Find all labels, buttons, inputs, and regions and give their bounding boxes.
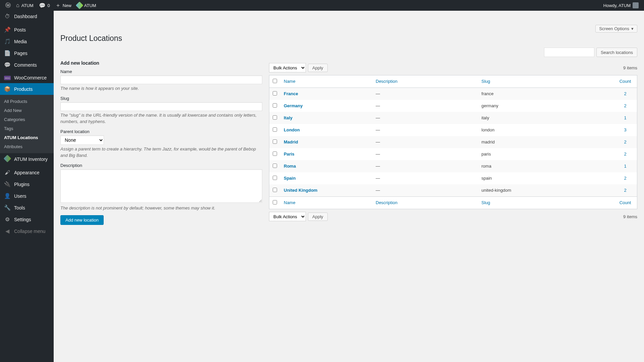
row-checkbox[interactable] xyxy=(273,188,277,192)
bulk-actions-select-top[interactable]: Bulk Actions xyxy=(269,63,306,72)
add-location-button[interactable]: Add new location xyxy=(60,215,104,225)
sidebar-item-label: Comments xyxy=(14,62,37,68)
sidebar-item-label: Media xyxy=(14,39,27,44)
row-checkbox[interactable] xyxy=(273,152,277,156)
new-content-link[interactable]: ＋New xyxy=(53,0,74,11)
user-account-link[interactable]: Howdy, ATUM xyxy=(601,0,641,11)
search-input[interactable] xyxy=(544,48,594,57)
item-count-top: 9 items xyxy=(623,65,637,70)
location-slug: germany xyxy=(478,100,613,112)
sidebar-item-posts[interactable]: 📌Posts xyxy=(0,24,54,36)
col-count-sort-footer[interactable]: Count xyxy=(620,200,631,205)
col-name-sort-footer[interactable]: Name xyxy=(284,200,296,205)
sidebar-item-appearance[interactable]: 🖌Appearance xyxy=(0,167,54,178)
table-row: Paris—paris2 xyxy=(269,148,637,160)
location-name-link[interactable]: Madrid xyxy=(284,139,298,144)
location-count-link[interactable]: 2 xyxy=(624,176,626,181)
row-checkbox[interactable] xyxy=(273,176,277,180)
row-checkbox[interactable] xyxy=(273,127,277,132)
sidebar-item-pages[interactable]: 📄Pages xyxy=(0,47,54,59)
location-description: — xyxy=(372,88,478,100)
bulk-actions-select-bottom[interactable]: Bulk Actions xyxy=(269,212,306,221)
menu-icon: 👤 xyxy=(4,193,11,199)
sidebar-item-woocommerce[interactable]: wooWooCommerce xyxy=(0,72,54,83)
col-name-sort[interactable]: Name xyxy=(284,79,296,84)
sidebar-item-plugins[interactable]: 🔌Plugins xyxy=(0,178,54,190)
location-name-link[interactable]: Roma xyxy=(284,164,296,169)
row-checkbox[interactable] xyxy=(273,139,277,144)
location-count-link[interactable]: 2 xyxy=(624,152,626,157)
collapse-label: Collapse menu xyxy=(14,229,45,234)
col-slug-sort[interactable]: Slug xyxy=(481,79,490,84)
wordpress-logo[interactable]: ⓦ xyxy=(3,0,13,11)
parent-select[interactable]: None xyxy=(60,135,104,145)
location-name-link[interactable]: London xyxy=(284,127,300,132)
sidebar-item-label: Appearance xyxy=(14,170,40,175)
submenu-item-all-products[interactable]: All Products xyxy=(0,97,54,106)
location-count-link[interactable]: 1 xyxy=(624,164,626,169)
comments-link[interactable]: 💬0 xyxy=(36,0,53,11)
apply-button-top[interactable]: Apply xyxy=(308,64,328,72)
sidebar-item-products[interactable]: 📦Products xyxy=(0,83,54,95)
sidebar-item-label: Dashboard xyxy=(14,14,37,19)
col-description-sort-footer[interactable]: Description xyxy=(376,200,397,205)
select-all-bottom[interactable] xyxy=(273,200,277,204)
location-count-link[interactable]: 1 xyxy=(624,115,626,120)
location-count-link[interactable]: 2 xyxy=(624,139,626,144)
slug-input[interactable] xyxy=(60,102,262,111)
submenu-item-atum-locations[interactable]: ATUM Locations xyxy=(0,133,54,142)
location-count-link[interactable]: 2 xyxy=(624,91,626,96)
select-all-top[interactable] xyxy=(273,79,277,83)
sidebar-item-users[interactable]: 👤Users xyxy=(0,190,54,202)
sidebar-item-label: Products xyxy=(14,86,33,92)
col-slug-sort-footer[interactable]: Slug xyxy=(481,200,490,205)
location-count-link[interactable]: 2 xyxy=(624,188,626,193)
submenu-item-tags[interactable]: Tags xyxy=(0,124,54,133)
submenu-item-add-new[interactable]: Add New xyxy=(0,106,54,115)
col-description-sort[interactable]: Description xyxy=(376,79,397,84)
location-slug: roma xyxy=(478,160,613,172)
sidebar-item-settings[interactable]: ⚙Settings xyxy=(0,214,54,225)
howdy-text: Howdy, ATUM xyxy=(603,3,631,8)
row-checkbox[interactable] xyxy=(273,115,277,120)
sidebar-item-atum-inventory[interactable]: ATUM Inventory xyxy=(0,153,54,165)
location-name-link[interactable]: Paris xyxy=(284,152,294,157)
collapse-menu[interactable]: ◀Collapse menu xyxy=(0,225,54,237)
location-name-link[interactable]: United Kingdom xyxy=(284,188,317,193)
sidebar-item-label: Users xyxy=(14,193,26,199)
submenu-item-attributes[interactable]: Attributes xyxy=(0,142,54,151)
location-name-link[interactable]: Germany xyxy=(284,103,303,108)
form-title: Add new location xyxy=(60,60,262,66)
site-name: ATUM xyxy=(21,3,34,8)
search-button[interactable]: Search locations xyxy=(596,48,637,57)
admin-sidebar: ⏱Dashboard📌Posts🎵Media📄Pages💬Commentswoo… xyxy=(0,11,54,238)
location-name-link[interactable]: Spain xyxy=(284,176,296,181)
sidebar-item-label: Tools xyxy=(14,205,25,210)
name-input[interactable] xyxy=(60,75,262,84)
submenu-item-categories[interactable]: Categories xyxy=(0,115,54,124)
menu-icon: 🔧 xyxy=(4,204,11,211)
location-name-link[interactable]: Italy xyxy=(284,115,292,120)
sidebar-item-media[interactable]: 🎵Media xyxy=(0,36,54,47)
location-count-link[interactable]: 2 xyxy=(624,103,626,108)
chevron-down-icon: ▾ xyxy=(631,26,634,31)
row-checkbox[interactable] xyxy=(273,164,277,168)
sidebar-item-comments[interactable]: 💬Comments xyxy=(0,59,54,71)
site-home-link[interactable]: ⌂ATUM xyxy=(13,0,36,11)
products-submenu: All ProductsAdd NewCategoriesTagsATUM Lo… xyxy=(0,95,54,153)
col-count-sort[interactable]: Count xyxy=(620,79,631,84)
atum-menu-link[interactable]: ATUM xyxy=(74,0,99,11)
row-checkbox[interactable] xyxy=(273,91,277,96)
description-textarea[interactable] xyxy=(60,169,262,203)
location-count-link[interactable]: 3 xyxy=(624,127,626,132)
location-name-link[interactable]: France xyxy=(284,91,298,96)
row-checkbox[interactable] xyxy=(273,103,277,108)
sidebar-item-dashboard[interactable]: ⏱Dashboard xyxy=(0,11,54,22)
location-slug: paris xyxy=(478,148,613,160)
screen-options-button[interactable]: Screen Options▾ xyxy=(595,25,637,33)
wordpress-icon: ⓦ xyxy=(5,2,11,9)
table-row: France—france2 xyxy=(269,88,637,100)
location-slug: italy xyxy=(478,112,613,124)
sidebar-item-tools[interactable]: 🔧Tools xyxy=(0,202,54,214)
apply-button-bottom[interactable]: Apply xyxy=(308,213,328,221)
